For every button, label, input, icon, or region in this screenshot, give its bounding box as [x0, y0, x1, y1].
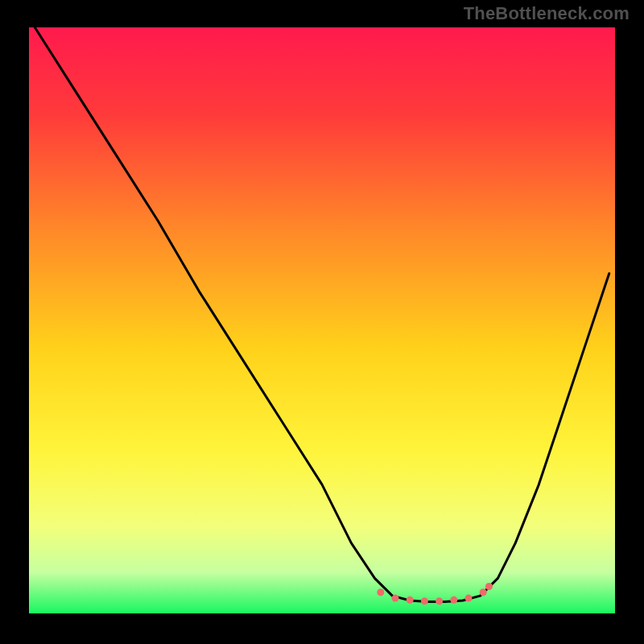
watermark-text: TheBottleneck.com [464, 3, 630, 24]
chart-background-gradient [29, 27, 615, 613]
chart-marker [480, 588, 487, 596]
chart-marker [407, 597, 414, 604]
chart-marker [421, 597, 428, 605]
chart-marker [392, 595, 399, 602]
chart-marker [450, 597, 457, 604]
chart-marker [377, 588, 384, 596]
chart-marker [485, 583, 493, 590]
chart-plot [29, 27, 615, 613]
chart-marker [465, 595, 473, 602]
chart-svg [29, 27, 615, 613]
chart-marker [436, 597, 443, 605]
chart-frame: TheBottleneck.com [0, 0, 644, 644]
